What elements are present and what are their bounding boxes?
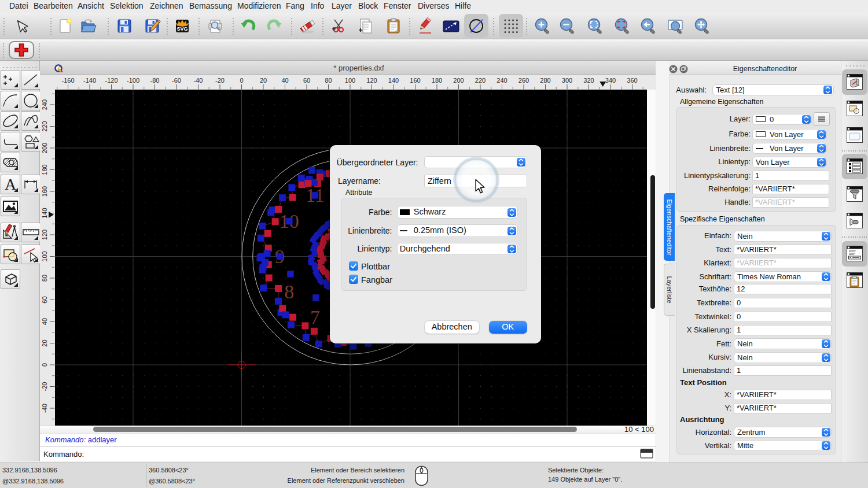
svg-text:100: 100 <box>41 251 48 261</box>
svg-text:200: 200 <box>41 143 48 153</box>
svg-text:120: 120 <box>41 230 48 240</box>
svg-text:20: 20 <box>41 339 48 346</box>
svg-text:-40: -40 <box>41 404 48 413</box>
svg-text:160: 160 <box>410 77 420 84</box>
svg-text:-100: -100 <box>127 77 139 84</box>
svg-text:80: 80 <box>41 275 48 282</box>
svg-text:7: 7 <box>310 306 320 328</box>
svg-text:180: 180 <box>41 164 48 175</box>
svg-text:200: 200 <box>453 77 464 84</box>
svg-text:140: 140 <box>41 208 48 218</box>
svg-text:0: 0 <box>240 77 243 84</box>
svg-text:240: 240 <box>41 99 48 110</box>
svg-text:0: 0 <box>41 363 48 367</box>
svg-text:160: 160 <box>41 186 48 197</box>
svg-text:180: 180 <box>432 77 442 84</box>
svg-text:8: 8 <box>284 281 294 302</box>
svg-text:260: 260 <box>518 77 529 84</box>
svg-text:220: 220 <box>41 121 48 131</box>
svg-text:-20: -20 <box>41 382 48 391</box>
svg-text:-80: -80 <box>150 77 160 84</box>
svg-text:-120: -120 <box>105 77 117 84</box>
svg-text:A: A <box>4 175 16 193</box>
svg-text:220: 220 <box>475 77 486 84</box>
svg-text:140: 140 <box>388 77 399 84</box>
svg-text:-60: -60 <box>172 77 181 84</box>
svg-text:-40: -40 <box>194 77 203 84</box>
svg-text:-20: -20 <box>215 77 225 84</box>
svg-text:100: 100 <box>345 77 355 84</box>
svg-text:40: 40 <box>41 318 48 325</box>
svg-text:60: 60 <box>41 296 48 303</box>
svg-text:-140: -140 <box>83 77 96 84</box>
svg-text:80: 80 <box>325 77 332 84</box>
svg-text:60: 60 <box>303 77 310 84</box>
svg-text:120: 120 <box>366 77 377 84</box>
svg-text:240: 240 <box>496 77 507 84</box>
svg-text:-160: -160 <box>61 77 74 84</box>
svg-text:280: 280 <box>540 77 550 84</box>
svg-text:40: 40 <box>281 77 288 84</box>
svg-text:SVG: SVG <box>176 26 187 32</box>
svg-text:20: 20 <box>260 77 267 84</box>
